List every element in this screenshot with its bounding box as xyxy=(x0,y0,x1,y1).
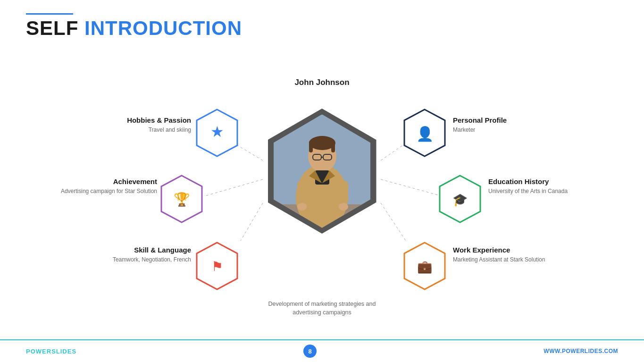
profile-photo xyxy=(274,115,370,228)
work-title: Work Experience xyxy=(453,245,545,255)
hobbies-subtitle: Travel and skiing xyxy=(78,126,191,134)
education-hex-wrapper: 🎓 xyxy=(439,175,481,225)
footer: POWERSLIDES 8 WWW.POWERLIDES.COM xyxy=(0,339,644,362)
bottom-text-line1: Development of marketing strategies and xyxy=(268,300,376,309)
svg-line-1 xyxy=(205,179,263,196)
personal-title: Personal Profile xyxy=(453,116,507,125)
achievement-label: Achievement Advertising campaign for Sta… xyxy=(26,177,157,195)
center-hex-background xyxy=(268,109,376,234)
work-subtitle: Marketing Assistant at Stark Solution xyxy=(453,256,545,264)
skill-title: Skill & Language xyxy=(61,245,191,255)
person-name: John Johnson xyxy=(294,78,349,87)
work-hex-svg: 💼 xyxy=(403,242,446,290)
footer-brand-colored: SLIDES xyxy=(51,348,76,355)
svg-line-4 xyxy=(381,179,441,196)
personal-label: Personal Profile Marketer xyxy=(453,116,507,134)
footer-brand: POWERSLIDES xyxy=(26,348,76,355)
svg-text:👤: 👤 xyxy=(416,126,434,143)
work-hex-wrapper: 💼 xyxy=(403,242,446,292)
personal-subtitle: Marketer xyxy=(453,126,507,134)
svg-point-23 xyxy=(339,203,348,210)
person-silhouette xyxy=(274,115,370,228)
bottom-description: Development of marketing strategies and … xyxy=(268,300,376,318)
achievement-subtitle: Advertising campaign for Star Solution xyxy=(26,187,157,195)
work-label: Work Experience Marketing Assistant at S… xyxy=(453,245,545,263)
person-svg xyxy=(274,115,370,228)
svg-text:🏆: 🏆 xyxy=(174,192,190,207)
title-blue: INTRODUCTION xyxy=(84,17,242,39)
education-title: Education History xyxy=(488,177,568,186)
svg-rect-20 xyxy=(297,181,307,204)
hobbies-hex-svg: ★ xyxy=(196,109,238,157)
achievement-hex-svg: 🏆 xyxy=(160,175,203,223)
svg-text:★: ★ xyxy=(210,123,224,140)
achievement-hex-wrapper: 🏆 xyxy=(160,175,203,225)
achievement-title: Achievement xyxy=(26,177,157,186)
header-section: SELF INTRODUCTION xyxy=(26,13,242,38)
education-hex-svg: 🎓 xyxy=(439,175,481,223)
personal-hex-wrapper: 👤 xyxy=(403,109,446,159)
svg-text:🎓: 🎓 xyxy=(452,192,468,207)
page-title: SELF INTRODUCTION xyxy=(26,18,242,38)
svg-text:⚑: ⚑ xyxy=(211,259,223,274)
skill-hex-svg: ⚑ xyxy=(196,242,238,290)
svg-rect-13 xyxy=(331,141,335,152)
svg-rect-12 xyxy=(309,141,313,152)
svg-rect-21 xyxy=(339,181,348,204)
svg-line-2 xyxy=(241,203,263,241)
header-accent-line xyxy=(26,13,73,15)
title-bold: SELF xyxy=(26,17,84,39)
hobbies-hex-wrapper: ★ xyxy=(196,109,238,159)
hobbies-label: Hobbies & Passion Travel and skiing xyxy=(78,116,191,134)
footer-url: WWW.POWERLIDES.COM xyxy=(544,348,618,354)
hobbies-title: Hobbies & Passion xyxy=(78,116,191,125)
skill-subtitle: Teamwork, Negotiation, French xyxy=(61,256,191,264)
svg-point-22 xyxy=(297,203,307,210)
bottom-text-line2: advertising campaigns xyxy=(268,308,376,317)
svg-line-5 xyxy=(381,203,406,241)
education-label: Education History University of the Arts… xyxy=(488,177,568,195)
personal-hex-svg: 👤 xyxy=(403,109,446,157)
page-number-badge: 8 xyxy=(303,345,317,358)
footer-brand-bold: POWER xyxy=(26,348,51,355)
skill-hex-wrapper: ⚑ xyxy=(196,242,238,292)
center-photo-hex xyxy=(268,109,376,234)
skill-label: Skill & Language Teamwork, Negotiation, … xyxy=(61,245,191,263)
svg-text:💼: 💼 xyxy=(417,259,433,274)
education-subtitle: University of the Arts in Canada xyxy=(488,187,568,195)
